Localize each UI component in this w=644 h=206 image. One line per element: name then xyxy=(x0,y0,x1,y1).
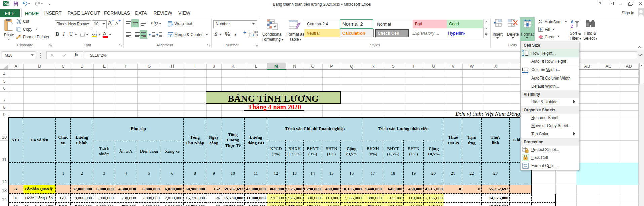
svg-text:ab: ab xyxy=(151,20,156,25)
svg-text:Z: Z xyxy=(571,24,573,28)
svg-text:≠: ≠ xyxy=(273,24,276,29)
svg-text:A: A xyxy=(571,20,574,24)
